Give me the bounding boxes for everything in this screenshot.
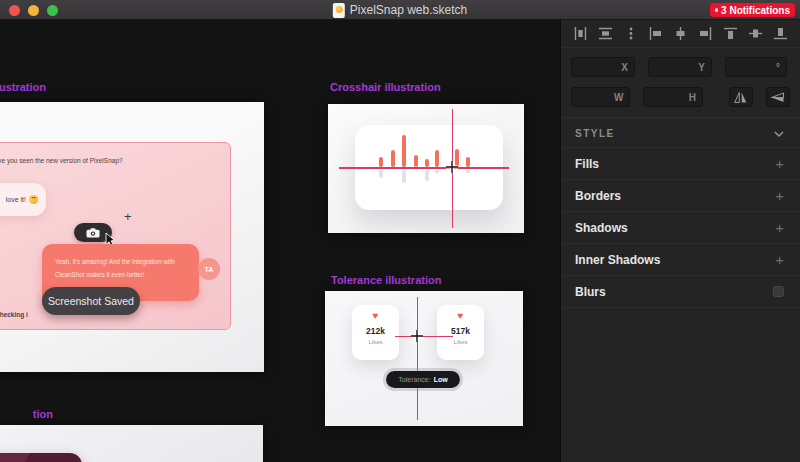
more-options-icon[interactable]	[622, 25, 640, 43]
minimize-window-button[interactable]	[28, 5, 39, 16]
chart-bar-reflection	[402, 170, 406, 183]
tolerance-pill-key: Tolerance:	[398, 376, 430, 383]
distribute-vertical-icon[interactable]	[597, 25, 615, 43]
alignment-toolbar	[561, 20, 800, 48]
style-section-header[interactable]: STYLE	[561, 120, 800, 148]
inspector-panel: X Y ° W H	[560, 20, 800, 462]
window-title-group: PixelSnap web.sketch	[333, 0, 467, 20]
align-left-icon[interactable]	[647, 25, 665, 43]
likes-card-1: ♥ 212k Likes	[352, 305, 399, 360]
chevron-down-icon[interactable]	[774, 131, 784, 137]
canvas[interactable]: ustration Have you seen the new version …	[0, 20, 560, 462]
chart-bar	[466, 157, 470, 167]
pixel-cursor-icon	[411, 330, 423, 342]
chart-bar-reflection	[435, 170, 439, 173]
fills-row: Fills +	[561, 148, 800, 180]
heart-eyes-emoji-icon	[29, 195, 38, 204]
x-position-field[interactable]: X	[571, 57, 635, 77]
chart-bar-reflection	[425, 170, 429, 181]
avatar: TA	[198, 258, 220, 280]
transform-fields: X Y ° W H	[561, 48, 800, 107]
chart-bar	[402, 135, 406, 167]
chat-message-4: Cool, checking i	[0, 311, 28, 318]
align-right-icon[interactable]	[696, 25, 714, 43]
artboard-label-crosshair[interactable]: Crosshair illustration	[330, 81, 441, 93]
chat-message-2: love it!	[6, 196, 26, 203]
distribute-horizontal-icon[interactable]	[572, 25, 590, 43]
camera-icon	[86, 228, 100, 238]
sketch-window: PixelSnap web.sketch 3 Notifications ust…	[0, 0, 800, 462]
rotation-field-label: °	[776, 62, 780, 73]
artboard-chat-illustration[interactable]: Have you seen the new version of PixelSn…	[0, 102, 264, 372]
add-fill-button[interactable]: +	[775, 156, 784, 171]
likes-count: 517k	[451, 326, 470, 336]
flip-vertical-button[interactable]	[766, 87, 790, 107]
likes-card-2: ♥ 517k Likes	[437, 305, 484, 360]
artboard-bottom-illustration[interactable]	[0, 425, 263, 462]
title-bar: PixelSnap web.sketch 3 Notifications	[0, 0, 800, 20]
zoom-window-button[interactable]	[47, 5, 58, 16]
likes-caption: Likes	[453, 339, 467, 345]
chart-bar	[391, 150, 395, 167]
crosshair-horizontal-line	[395, 336, 453, 338]
artboard-crosshair-illustration[interactable]	[328, 104, 524, 233]
width-field-label: W	[614, 92, 623, 103]
notifications-badge-label: 3 Notifications	[721, 5, 790, 16]
align-bottom-icon[interactable]	[771, 25, 789, 43]
chat-message-1: Have you seen the new version of PixelSn…	[0, 157, 123, 164]
notifications-badge[interactable]: 3 Notifications	[710, 3, 795, 17]
traffic-lights	[9, 5, 58, 16]
add-border-button[interactable]: +	[775, 188, 784, 203]
style-header-label: STYLE	[575, 128, 615, 139]
y-field-label: Y	[698, 62, 705, 73]
chart-bar	[379, 157, 383, 167]
align-top-icon[interactable]	[721, 25, 739, 43]
artboard-label-chat[interactable]: ustration	[0, 81, 46, 93]
width-field[interactable]: W	[571, 87, 630, 107]
shadows-label: Shadows	[575, 221, 628, 235]
heart-icon: ♥	[458, 311, 464, 321]
chat-message-3-line2: CleanShot makes it even better!	[55, 268, 199, 281]
artboard-label-tolerance[interactable]: Tolerance illustration	[331, 274, 441, 286]
crosshair-cursor-icon: +	[124, 209, 132, 224]
chat-message-2-bubble: love it!	[0, 183, 46, 216]
chat-message-3-line1: Yeah, it's amazing! And the integration …	[55, 255, 199, 268]
tolerance-pill: Tolerance: Low	[383, 368, 463, 391]
crosshair-horizontal-line	[339, 167, 509, 169]
likes-count: 212k	[366, 326, 385, 336]
flip-horizontal-button[interactable]	[729, 87, 753, 107]
close-window-button[interactable]	[9, 5, 20, 16]
shadows-row: Shadows +	[561, 212, 800, 244]
maroon-card	[0, 453, 82, 462]
blurs-row: Blurs	[561, 276, 800, 308]
add-inner-shadow-button[interactable]: +	[775, 252, 784, 267]
likes-caption: Likes	[368, 339, 382, 345]
flip-horizontal-icon	[734, 92, 747, 103]
height-field-label: H	[689, 92, 696, 103]
borders-row: Borders +	[561, 180, 800, 212]
chart-bar-reflection	[379, 170, 383, 178]
notification-dot-icon	[715, 8, 719, 12]
y-position-field[interactable]: Y	[648, 57, 712, 77]
chart-bar-reflection	[466, 170, 470, 173]
borders-label: Borders	[575, 189, 621, 203]
heart-icon: ♥	[373, 311, 379, 321]
align-center-horizontal-icon[interactable]	[671, 25, 689, 43]
artboard-tolerance-illustration[interactable]: ♥ 212k Likes ♥ 517k Likes Tolerance: Low	[325, 291, 523, 426]
document-icon	[333, 3, 345, 18]
chart-bar	[435, 150, 439, 167]
align-middle-vertical-icon[interactable]	[746, 25, 764, 43]
screenshot-saved-toast: Screenshot Saved	[42, 287, 140, 315]
window-title: PixelSnap web.sketch	[350, 3, 467, 17]
add-shadow-button[interactable]: +	[775, 220, 784, 235]
height-field[interactable]: H	[643, 87, 702, 107]
inner-shadows-row: Inner Shadows +	[561, 244, 800, 276]
tolerance-pill-value: Low	[434, 376, 448, 383]
x-field-label: X	[621, 62, 628, 73]
flip-vertical-icon	[771, 92, 784, 103]
rotation-field[interactable]: °	[725, 57, 787, 77]
fills-label: Fills	[575, 157, 599, 171]
artboard-label-bottom[interactable]: tion	[0, 408, 53, 420]
chart-bar	[425, 159, 429, 167]
blurs-checkbox[interactable]	[773, 286, 784, 297]
